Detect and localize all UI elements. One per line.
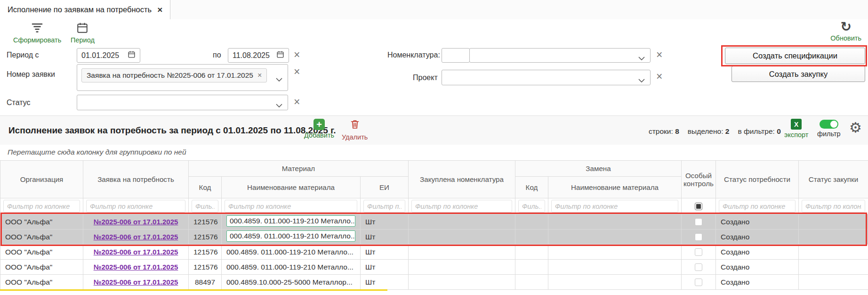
col-header-code2[interactable]: Код: [515, 177, 548, 198]
material2-cell: [548, 229, 682, 245]
nomenclature-clear-icon[interactable]: ×: [656, 49, 662, 60]
toggle-knob: [830, 121, 837, 128]
period-from-value: 01.01.2025: [81, 51, 128, 60]
col-header-org[interactable]: Организация: [0, 161, 83, 198]
chip-close-icon[interactable]: ×: [257, 72, 262, 79]
filter-material2-input[interactable]: [551, 200, 678, 213]
material2-cell: [548, 260, 682, 275]
need-status-cell: Создано: [716, 275, 799, 290]
trash-icon: [349, 119, 361, 132]
generate-icon: [31, 22, 44, 35]
special-control-checkbox[interactable]: [695, 218, 702, 226]
request-link[interactable]: №2025-006 от 17.01.2025: [94, 233, 178, 241]
add-row-button[interactable]: + Добавить: [304, 119, 334, 139]
export-excel-button[interactable]: X экспорт: [784, 119, 808, 139]
special-control-checkbox[interactable]: [695, 279, 702, 286]
nomenclature-select[interactable]: [469, 48, 651, 63]
row-edit-indicator: [0, 289, 387, 291]
project-clear-icon[interactable]: ×: [656, 71, 662, 82]
org-cell: ООО "Альфа": [0, 214, 83, 229]
table-row[interactable]: ООО "Альфа" №2025-006 от 17.01.2025 1215…: [0, 260, 868, 275]
grouping-dropzone[interactable]: Перетащите сюда колонку для группировки …: [0, 145, 868, 160]
filter-toggle[interactable]: [820, 120, 838, 129]
unit-cell: Шт: [361, 245, 409, 260]
filter-material-input[interactable]: [225, 200, 357, 213]
special-control-checkbox[interactable]: [695, 263, 702, 271]
grid-toolbar: Исполнение заявок на потребность за пери…: [0, 115, 868, 145]
filter-toggle-label: фильтр: [817, 130, 841, 138]
filter-need-status-input[interactable]: [719, 200, 796, 213]
tab-title: Исполнение по заявкам на потребность: [8, 5, 152, 14]
grouping-hint-text: Перетащите сюда колонку для группировки …: [8, 148, 186, 156]
delete-row-button[interactable]: Удалить: [342, 119, 368, 141]
code-cell: 121576: [189, 214, 222, 229]
status-label: Статус: [7, 98, 31, 107]
org-cell: ООО "Альфа": [0, 245, 83, 260]
group-header-material: Материал: [189, 161, 409, 177]
create-purchase-button[interactable]: Создать закупку: [731, 66, 865, 82]
filter-panel: Период с 01.01.2025 по 11.08.2025 × Номе…: [0, 47, 868, 115]
tab-execution-by-requests[interactable]: Исполнение по заявкам на потребность ×: [0, 0, 170, 19]
col-header-need-status[interactable]: Статус потребности: [716, 161, 799, 198]
create-specifications-button[interactable]: Создать спецификации: [725, 48, 865, 64]
code-cell: 121576: [189, 245, 222, 260]
period-button[interactable]: Период: [71, 22, 95, 44]
special-control-checkbox[interactable]: [695, 233, 702, 241]
filter-code2-input[interactable]: [518, 200, 545, 213]
status-select[interactable]: [77, 95, 288, 110]
period-calendar-icon: [76, 22, 88, 35]
refresh-button[interactable]: ↻ Обновить: [830, 20, 861, 42]
col-header-purchased[interactable]: Закуплена номенклатура: [409, 161, 515, 198]
generate-button[interactable]: Сформировать: [13, 22, 61, 44]
request-chip[interactable]: Заявка на потребность №2025-006 от 17.01…: [81, 68, 267, 82]
column-filter-row: [0, 198, 868, 214]
col-header-unit[interactable]: ЕИ: [361, 177, 409, 198]
special-control-checkbox[interactable]: [695, 248, 702, 256]
request-link[interactable]: №2025-006 от 17.01.2025: [94, 248, 178, 256]
filter-toggle-button[interactable]: фильтр: [817, 120, 841, 138]
request-multiselect[interactable]: Заявка на потребность №2025-006 от 17.01…: [77, 64, 288, 91]
table-row[interactable]: ООО "Альфа" №2025-006 от 17.01.2025 1215…: [0, 214, 868, 229]
gear-icon[interactable]: ⚙: [849, 121, 862, 135]
filter-purchase-status-input[interactable]: [802, 200, 865, 213]
purchased-cell: [409, 229, 515, 245]
org-cell: ООО "Альфа": [0, 260, 83, 275]
table-row[interactable]: ООО "Альфа" №2025-006 от 17.01.2025 8849…: [0, 275, 868, 290]
request-link[interactable]: №2025-006 от 17.01.2025: [94, 218, 178, 226]
code-cell: 121576: [189, 229, 222, 245]
project-select[interactable]: [442, 70, 651, 85]
request-link[interactable]: №2025-006 от 17.01.2025: [94, 278, 178, 286]
request-clear-icon[interactable]: ×: [294, 66, 300, 77]
period-from-input[interactable]: 01.01.2025: [77, 48, 140, 63]
filter-unit-input[interactable]: [363, 200, 405, 213]
calendar-icon[interactable]: [128, 50, 136, 60]
col-header-material-name2[interactable]: Наименование материала: [548, 177, 682, 198]
tab-close-icon[interactable]: ×: [157, 5, 162, 14]
group-header-replacement: Замена: [515, 161, 682, 177]
col-header-special-control[interactable]: Особый контроль: [682, 161, 716, 198]
period-to-input[interactable]: 11.08.2025: [228, 48, 289, 63]
delete-label: Удалить: [342, 133, 368, 141]
col-header-request[interactable]: Заявка на потребность: [83, 161, 189, 198]
request-link[interactable]: №2025-006 от 17.01.2025: [94, 263, 178, 271]
filter-request-input[interactable]: [86, 200, 185, 213]
filter-org-input[interactable]: [3, 200, 80, 213]
filter-code-input[interactable]: [192, 200, 218, 213]
col-header-purchase-status[interactable]: Статус закупки: [799, 161, 868, 198]
nomenclature-code-input[interactable]: [442, 48, 470, 63]
filter-special-control-checkbox[interactable]: [695, 203, 702, 210]
col-header-code[interactable]: Код: [189, 177, 222, 198]
period-from-label: Период с: [7, 51, 39, 59]
period-clear-icon[interactable]: ×: [294, 49, 300, 60]
calendar-icon[interactable]: [276, 50, 284, 60]
filter-purchased-input[interactable]: [411, 200, 512, 213]
material-cell: 000.4859.10.000-25-5000 Металлор...: [226, 278, 353, 286]
col-header-material-name[interactable]: Наименование материала: [222, 177, 361, 198]
table-row[interactable]: ООО "Альфа" №2025-006 от 17.01.2025 1215…: [0, 245, 868, 260]
status-clear-icon[interactable]: ×: [294, 97, 300, 107]
purchased-cell: [409, 275, 515, 290]
table-row[interactable]: ООО "Альфа" №2025-006 от 17.01.2025 1215…: [0, 229, 868, 245]
grid-stats: строки: 8 выделено: 2 в фильтре: 0: [649, 127, 781, 136]
chevron-down-icon[interactable]: [276, 75, 282, 83]
tab-bar: Исполнение по заявкам на потребность ×: [0, 0, 868, 20]
